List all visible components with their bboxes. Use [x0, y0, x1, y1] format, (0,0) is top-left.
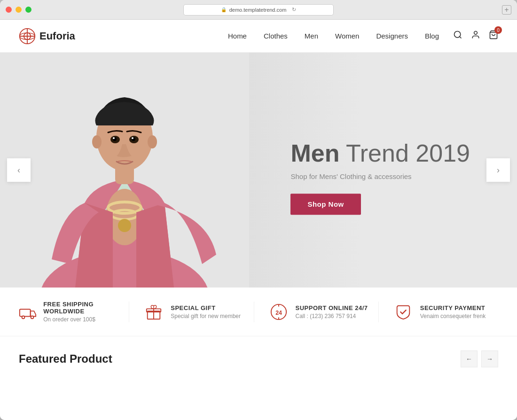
- featured-header: Featured Product ← →: [19, 350, 498, 367]
- site-header: Euforia Home Clothes Men Women Designers…: [0, 20, 517, 53]
- nav-item-home[interactable]: Home: [228, 32, 247, 40]
- browser-titlebar: 🔒 demo.templatetrend.com ↻ +: [0, 0, 517, 20]
- feature-shipping: FREE SHIPPING WORLDWIDE On oreder over 1…: [19, 301, 124, 323]
- featured-section: Featured Product ← →: [0, 336, 517, 377]
- logo-text: Euforia: [39, 30, 75, 42]
- slider-next-button[interactable]: ›: [486, 158, 510, 182]
- header-icons: 0: [453, 30, 498, 42]
- featured-next-icon: →: [486, 355, 493, 363]
- featured-next-button[interactable]: →: [481, 350, 498, 367]
- hero-title: Men Trend 2019: [290, 140, 470, 167]
- hero-section: Men Trend 2019 Shop for Mens' Clothing &…: [0, 53, 517, 288]
- svg-point-7: [474, 31, 478, 35]
- logo-icon: [19, 28, 36, 45]
- shop-now-button[interactable]: Shop Now: [290, 194, 360, 215]
- svg-point-21: [113, 137, 115, 139]
- feature-support-title: SUPPORT ONLINE 24/7: [296, 304, 368, 311]
- featured-title: Featured Product: [19, 352, 112, 366]
- url-text: demo.templatetrend.com: [229, 7, 287, 13]
- featured-nav: ← →: [461, 350, 498, 367]
- nav-item-women[interactable]: Women: [335, 32, 359, 40]
- main-nav: Home Clothes Men Women Designers Blog: [228, 32, 439, 40]
- hero-content: Men Trend 2019 Shop for Mens' Clothing &…: [290, 140, 470, 215]
- svg-point-14: [118, 219, 131, 232]
- next-arrow-icon: ›: [497, 165, 500, 175]
- svg-point-24: [148, 135, 157, 148]
- svg-point-5: [454, 31, 461, 38]
- close-button[interactable]: [6, 7, 12, 13]
- feature-support-text: SUPPORT ONLINE 24/7 Call : (123) 236 757…: [296, 304, 368, 319]
- feature-support-desc: Call : (123) 236 757 914: [296, 313, 368, 319]
- fullscreen-button[interactable]: [25, 7, 31, 13]
- features-bar: FREE SHIPPING WORLDWIDE On oreder over 1…: [0, 288, 517, 336]
- shipping-icon: [19, 302, 37, 322]
- cart-icon[interactable]: 0: [489, 30, 498, 42]
- browser-window: 🔒 demo.templatetrend.com ↻ + Euforia: [0, 0, 517, 420]
- new-tab-button[interactable]: +: [502, 5, 511, 15]
- slider-prev-button[interactable]: ‹: [7, 158, 31, 182]
- address-bar[interactable]: 🔒 demo.templatetrend.com ↻: [183, 4, 334, 16]
- feature-gift: SPECIAL GIFT Special gift for new member: [129, 302, 249, 322]
- featured-prev-icon: ←: [466, 355, 472, 363]
- security-payment-icon: [393, 302, 414, 322]
- feature-security-text: SECURITY PAYMENT Venaim consequeter fren…: [420, 304, 486, 319]
- svg-point-26: [22, 316, 25, 319]
- hero-model-area: [0, 53, 249, 288]
- svg-point-23: [92, 135, 102, 148]
- hero-subtitle: Shop for Mens' Clothing & accessories: [290, 173, 470, 181]
- svg-line-6: [460, 37, 462, 39]
- lock-icon: 🔒: [221, 7, 227, 12]
- reload-icon[interactable]: ↻: [292, 7, 296, 13]
- search-icon[interactable]: [453, 30, 462, 42]
- hero-title-bold: Men: [290, 140, 339, 167]
- nav-item-blog[interactable]: Blog: [425, 32, 439, 40]
- feature-shipping-title: FREE SHIPPING WORLDWIDE: [43, 301, 124, 315]
- nav-item-clothes[interactable]: Clothes: [264, 32, 288, 40]
- feature-support: 24 SUPPORT ONLINE 24/7 Call : (123) 236 …: [254, 302, 374, 322]
- svg-point-22: [132, 137, 133, 139]
- svg-point-27: [31, 316, 34, 319]
- feature-gift-desc: Special gift for new member: [171, 313, 241, 319]
- feature-gift-text: SPECIAL GIFT Special gift for new member: [171, 304, 241, 319]
- support-icon: 24: [268, 302, 289, 322]
- logo[interactable]: Euforia: [19, 28, 75, 45]
- feature-shipping-desc: On oreder over 100$: [43, 316, 124, 323]
- hero-title-rest: Trend 2019: [339, 140, 470, 167]
- feature-security-title: SECURITY PAYMENT: [420, 304, 486, 311]
- website-content: Euforia Home Clothes Men Women Designers…: [0, 20, 517, 420]
- prev-arrow-icon: ‹: [17, 165, 20, 175]
- feature-shipping-text: FREE SHIPPING WORLDWIDE On oreder over 1…: [43, 301, 124, 323]
- nav-item-designers[interactable]: Designers: [376, 32, 408, 40]
- featured-prev-button[interactable]: ←: [461, 350, 478, 367]
- feature-security-desc: Venaim consequeter frenk: [420, 313, 486, 319]
- hero-model-svg: [0, 53, 249, 288]
- feature-gift-title: SPECIAL GIFT: [171, 304, 241, 311]
- nav-item-men[interactable]: Men: [305, 32, 318, 40]
- gift-icon: [143, 302, 164, 322]
- minimize-button[interactable]: [16, 7, 22, 13]
- svg-text:24: 24: [275, 309, 282, 316]
- svg-rect-25: [20, 309, 31, 316]
- cart-count: 0: [494, 26, 502, 34]
- account-icon[interactable]: [471, 30, 480, 42]
- feature-security: SECURITY PAYMENT Venaim consequeter fren…: [378, 302, 498, 322]
- traffic-lights: [6, 7, 31, 13]
